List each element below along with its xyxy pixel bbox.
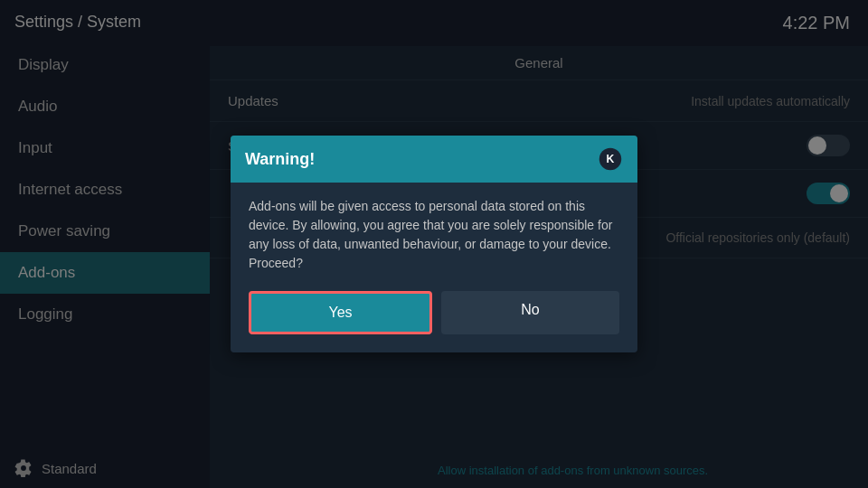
yes-button[interactable]: Yes [249, 291, 432, 334]
warning-dialog: Warning! K Add-ons will be given access … [231, 136, 637, 352]
kodi-logo-icon: K [598, 146, 623, 172]
no-button[interactable]: No [441, 291, 619, 334]
dialog-message: Add-ons will be given access to personal… [231, 183, 637, 291]
dialog-title: Warning! [245, 150, 315, 169]
dialog-buttons: Yes No [231, 291, 637, 352]
svg-text:K: K [607, 153, 615, 165]
dialog-header: Warning! K [231, 136, 637, 183]
dialog-overlay: Warning! K Add-ons will be given access … [0, 0, 868, 488]
